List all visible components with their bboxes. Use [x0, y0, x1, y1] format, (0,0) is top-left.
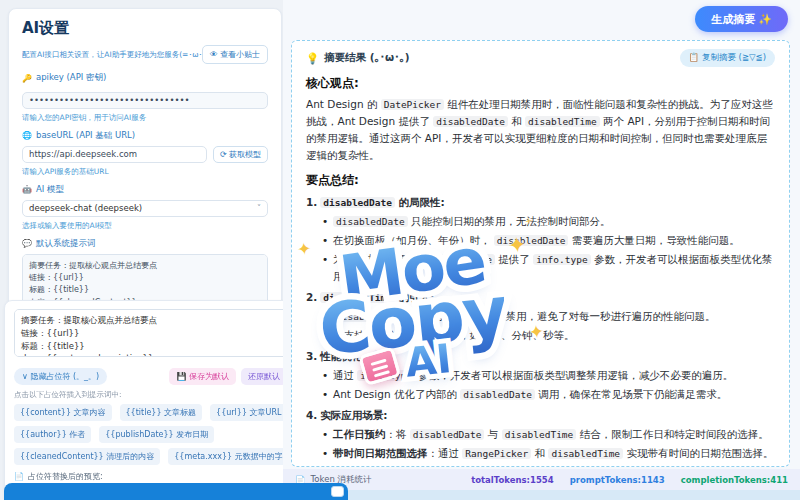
placeholder-chip[interactable]: {{cleanedContent}} 清理后的内容 — [14, 448, 160, 465]
total-tokens-stat: totalTokens:1554 — [471, 475, 554, 485]
generate-summary-button[interactable]: 生成摘要 ✨ — [695, 6, 788, 32]
summary-bullet: Ant Design 优化了内部的 disabledDate 调用，确保在常见场… — [322, 386, 775, 403]
placeholder-chip[interactable]: {{meta.xxx}} 元数据中的字段 — [168, 448, 296, 465]
summary-paragraph: 总的来说， disabledDate 和 disabledTime 提供了灵活的… — [306, 466, 775, 467]
restore-default-button[interactable]: 还原默认 — [241, 368, 287, 385]
placeholder-chip[interactable]: {{title}} 文章标题 — [120, 404, 203, 421]
fetch-models-button[interactable]: ⟳ 获取模型 — [213, 146, 268, 163]
save-icon: 💾 — [176, 372, 186, 381]
bulb-icon: 💡 — [306, 52, 319, 65]
footer-action-bar[interactable] — [4, 483, 348, 500]
summary-bullet: 它支持更细粒度的时间控制，如小时、分钟、秒等。 — [322, 327, 775, 344]
clipboard-icon: 📋 — [689, 52, 700, 62]
copy-summary-button[interactable]: 📋 复制摘要 (≧▽≦) — [680, 49, 775, 67]
summary-paragraph: Ant Design 的 DatePicker 组件在处理日期禁用时，面临性能问… — [306, 96, 775, 164]
globe-icon: 🌐 — [22, 131, 32, 140]
summary-bullet-list: 通过 info.type 参数，开发者可以根据面板类型调整禁用逻辑，减少不必要的… — [322, 367, 775, 403]
summary-list-item: 1.disabledDate 的局限性: — [306, 194, 775, 211]
summary-bullet: 带时间日期范围选择：通过 RangePicker 和 disabledTime … — [322, 445, 775, 462]
summary-heading: 核心观点: — [306, 74, 775, 93]
robot-icon: 🤖 — [22, 185, 32, 194]
save-as-default-button[interactable]: 💾 保存为默认 — [169, 368, 236, 385]
summary-bullet: disabledDate 只能控制日期的禁用，无法控制时间部分。 — [322, 213, 775, 230]
baseurl-input[interactable] — [22, 146, 207, 163]
placeholder-chip[interactable]: {{publishDate}} 发布日期 — [99, 426, 214, 443]
completion-tokens-stat: completionTokens:411 — [681, 475, 788, 485]
model-label: 🤖AI 模型 — [22, 184, 268, 196]
placeholder-chip[interactable]: {{author}} 作者 — [14, 426, 91, 443]
summary-bullet-list: disabledTime 专门用于控制时间的禁用，避免了对每一秒进行遍历的性能问… — [322, 308, 775, 344]
prompt-label: 💬默认系统提示词 — [22, 238, 268, 250]
refresh-icon: ⟳ — [220, 150, 227, 159]
summary-bullet-list: 工作日预约：将 disabledDate 与 disabledTime 结合，限… — [322, 426, 775, 462]
model-select-value: deepseek-chat (deepseek) — [29, 203, 142, 213]
settings-subtitle: 配置AI接口相关设置，让AI助手更好地为您服务(=･ω･)ﾉ — [22, 50, 202, 60]
key-icon: 🔑 — [22, 74, 32, 83]
apikey-help: 请输入您的API密钥，用于访问AI服务 — [22, 113, 268, 123]
view-tips-button[interactable]: 👁 查看小贴士 — [202, 45, 268, 64]
summary-list-item: 2.disabledTime 的引入: — [306, 289, 775, 306]
summary-header: 💡摘要结果 (｡･ω･｡) — [306, 51, 410, 65]
model-select[interactable]: deepseek-chat (deepseek) ˅ — [22, 200, 268, 217]
summary-list-item: 4.实际应用场景: — [306, 407, 775, 424]
doc-icon: 📄 — [14, 472, 24, 481]
summary-heading: 要点总结: — [306, 171, 775, 190]
hide-placeholders-toggle[interactable]: ∨ 隐藏占位符 (。_。) — [14, 368, 107, 385]
placeholder-chip[interactable]: {{content}} 文章内容 — [14, 404, 112, 421]
baseurl-label: 🌐baseURL (API 基础 URL) — [22, 130, 268, 142]
token-usage-bar: 📄Token 消耗统计 totalTokens:1554 promptToken… — [283, 469, 800, 490]
baseurl-help: 请输入API服务的基础URL — [22, 167, 268, 177]
placeholder-chip[interactable]: {{url}} 文章URL — [210, 404, 287, 421]
summary-result-panel: 生成摘要 ✨ 💡摘要结果 (｡･ω･｡) 📋 复制摘要 (≧▽≦) 核心观点:A… — [283, 0, 800, 500]
bottom-strip — [283, 490, 800, 500]
chevron-toggle-icon: ∨ — [22, 372, 28, 381]
sparkle-icon: ✨ — [758, 13, 772, 25]
model-help: 选择或输入要使用的AI模型 — [22, 221, 268, 231]
summary-bullet: 通过 info.type 参数，开发者可以根据面板类型调整禁用逻辑，减少不必要的… — [322, 367, 775, 384]
ai-settings-panel: AI设置 配置AI接口相关设置，让AI助手更好地为您服务(=･ω･)ﾉ 👁 查看… — [8, 8, 282, 316]
eye-icon: 👁 — [210, 50, 218, 59]
summary-list-item: 3.性能优化: — [306, 348, 775, 365]
summary-content: 核心观点:Ant Design 的 DatePicker 组件在处理日期禁用时，… — [306, 74, 775, 467]
summary-bullet: 在切换面板（如月份、年份）时， disabledDate 需要遍历大量日期，导致… — [322, 232, 775, 249]
chevron-down-icon: ˅ — [257, 204, 261, 213]
summary-bullet: 工作日预约：将 disabledDate 与 disabledTime 结合，限… — [322, 426, 775, 443]
settings-title: AI设置 — [22, 19, 268, 38]
footer-mini-button[interactable] — [331, 486, 344, 497]
summary-bullet: disabledTime 专门用于控制时间的禁用，避免了对每一秒进行遍历的性能问… — [322, 308, 775, 325]
chat-icon: 💬 — [22, 239, 32, 248]
apikey-input[interactable] — [22, 92, 268, 109]
summary-bullet: 为了解决此问题， disabledDate 提供了 info.type 参数，开… — [322, 251, 775, 285]
system-prompt-textarea[interactable]: 摘要任务：提取核心观点并总结要点 链接：{{url}} 标题：{{title}}… — [22, 254, 268, 306]
summary-bullet-list: disabledDate 只能控制日期的禁用，无法控制时间部分。在切换面板（如月… — [322, 213, 775, 285]
prompt-tokens-stat: promptTokens:1143 — [570, 475, 665, 485]
summary-result-box: 💡摘要结果 (｡･ω･｡) 📋 复制摘要 (≧▽≦) 核心观点:Ant Desi… — [291, 40, 790, 467]
apikey-label: 🔑apikey (API 密钥) — [22, 72, 268, 84]
